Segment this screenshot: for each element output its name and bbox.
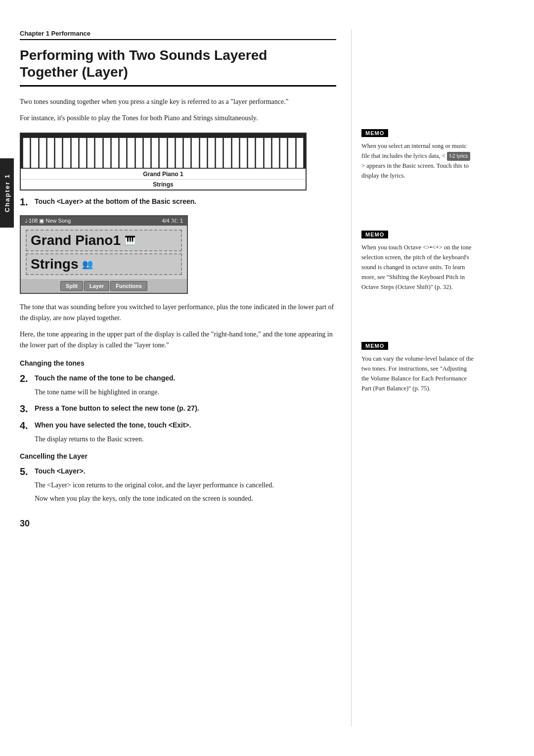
piano-key: [176, 138, 183, 168]
screen-topbar: ♩·108 ▣ New Song 4/4 ℳ: 1: [21, 216, 187, 226]
step4-sub: The display returns to the Basic screen.: [35, 434, 336, 444]
description-para1: The tone that was sounding before you sw…: [20, 302, 336, 324]
piano-key: [248, 138, 255, 168]
step4-container: 4. When you have selected the tone, touc…: [20, 420, 336, 431]
step5-text: Touch <Layer>.: [35, 466, 85, 476]
piano-key: [280, 138, 287, 168]
piano-keys-row: [21, 134, 306, 168]
step1-number: 1.: [20, 196, 32, 207]
piano-key: [256, 138, 263, 168]
piano-key: [119, 138, 127, 168]
screen-buttons: Split Layer Functions: [21, 279, 187, 293]
screen-tone1: Grand Piano1 🎹: [26, 230, 182, 251]
piano-key: [223, 138, 231, 168]
chapter-heading-text: Chapter 1 Performance: [20, 30, 90, 37]
piano-key: [55, 138, 62, 168]
chapter-tab-label: Chapter 1: [3, 174, 11, 212]
piano-key: [296, 138, 304, 168]
piano-key: [95, 138, 102, 168]
memo1-text: When you select an internal song or musi…: [361, 141, 475, 181]
lyrics-badge: f-2 lyrics: [447, 152, 470, 161]
step1-container: 1. Touch <Layer> at the bottom of the Ba…: [20, 196, 336, 207]
screen-display: ♩·108 ▣ New Song 4/4 ℳ: 1 Grand Piano1 🎹…: [20, 215, 188, 294]
piano-illustration: Grand Piano 1 Strings: [20, 133, 307, 190]
step5-sub1: The <Layer> icon returns to the original…: [35, 480, 336, 490]
chapter-heading: Chapter 1 Performance: [20, 30, 336, 40]
piano-key: [191, 138, 199, 168]
step2-number: 2.: [20, 373, 32, 384]
step1-instruction: Touch <Layer> at the bottom of the Basic…: [35, 196, 196, 207]
piano-key: [31, 138, 38, 168]
piano-key: [143, 138, 151, 168]
step5-number: 5.: [20, 466, 32, 477]
piano-key: [111, 138, 119, 168]
piano-label-strings: Strings: [21, 179, 306, 189]
piano-key: [127, 138, 134, 168]
step3-text: Press a Tone button to select the new to…: [35, 403, 199, 414]
step3-number: 3.: [20, 403, 32, 414]
piano-label-grandpiano: Grand Piano 1: [21, 169, 306, 179]
description-para2: Here, the tone appearing in the upper pa…: [20, 329, 336, 351]
piano-key: [288, 138, 295, 168]
piano-key: [183, 138, 191, 168]
step3-container: 3. Press a Tone button to select the new…: [20, 403, 336, 414]
page-number: 30: [20, 519, 336, 529]
step5-sub2: Now when you play the keys, only the ton…: [35, 493, 336, 504]
piano-key: [47, 138, 54, 168]
memo2-text: When you touch Octave <>•<+> on the tone…: [361, 242, 475, 292]
cancelling-heading: Cancelling the Layer: [20, 452, 336, 460]
piano-key: [39, 138, 46, 168]
memo-section-3: MEMO You can vary the volume-level balan…: [361, 341, 475, 393]
screen-tone1-icon: 🎹: [125, 235, 135, 246]
step2-text: Touch the name of the tone to be changed…: [35, 373, 175, 383]
memo1-text-after: > appears in the Basic screen. Touch thi…: [361, 162, 469, 179]
step5-container: 5. Touch <Layer>.: [20, 466, 336, 477]
piano-key: [79, 138, 87, 168]
screen-body: Grand Piano1 🎹 Strings 👥: [21, 226, 187, 279]
section-title-line2: Together (Layer): [20, 64, 336, 81]
step2-container: 2. Touch the name of the tone to be chan…: [20, 373, 336, 384]
screen-topbar-left: ♩·108 ▣ New Song: [25, 218, 71, 224]
piano-key: [272, 138, 279, 168]
functions-button[interactable]: Functions: [110, 281, 147, 291]
screen-tone1-name: Grand Piano1: [31, 233, 121, 248]
memo-section-2: MEMO When you touch Octave <>•<+> on the…: [361, 230, 475, 292]
piano-key: [240, 138, 247, 168]
section-title-line1: Performing with Two Sounds Layered: [20, 47, 336, 64]
memo3-text: You can vary the volume-level balance of…: [361, 354, 475, 393]
intro-para2: For instance, it's possible to play the …: [20, 113, 336, 124]
piano-key: [159, 138, 167, 168]
screen-tone2-icon: 👥: [82, 259, 93, 270]
screen-tone2: Strings 👥: [26, 253, 182, 275]
memo2-badge: MEMO: [361, 231, 388, 238]
screen-topbar-right: 4/4 ℳ: 1: [162, 218, 183, 224]
piano-key: [216, 138, 223, 168]
screen-tone2-name: Strings: [31, 256, 78, 272]
step4-text: When you have selected the tone, touch <…: [35, 420, 191, 430]
piano-key: [232, 138, 239, 168]
piano-key: [135, 138, 143, 168]
layer-button[interactable]: Layer: [84, 281, 109, 291]
step2-sub: The tone name will be highlighted in ora…: [35, 387, 336, 397]
right-sidebar: MEMO When you select an internal song or…: [351, 30, 490, 726]
piano-key: [87, 138, 94, 168]
step4-number: 4.: [20, 420, 32, 431]
piano-labels: Grand Piano 1 Strings: [21, 168, 306, 189]
section-title: Performing with Two Sounds Layered Toget…: [20, 47, 336, 87]
piano-key: [168, 138, 175, 168]
piano-key: [103, 138, 111, 168]
piano-key: [200, 138, 207, 168]
piano-key: [208, 138, 215, 168]
chapter-tab: Chapter 1: [0, 158, 14, 228]
memo1-badge: MEMO: [361, 129, 388, 137]
piano-key: [71, 138, 79, 168]
piano-key: [264, 138, 271, 168]
intro-para1: Two tones sounding together when you pre…: [20, 96, 336, 107]
changing-tones-heading: Changing the tones: [20, 359, 336, 367]
piano-key: [63, 138, 70, 168]
memo-section-1: MEMO When you select an internal song or…: [361, 129, 475, 181]
piano-key: [23, 138, 30, 168]
split-button[interactable]: Split: [60, 281, 83, 291]
memo3-badge: MEMO: [361, 342, 388, 350]
piano-key: [151, 138, 159, 168]
